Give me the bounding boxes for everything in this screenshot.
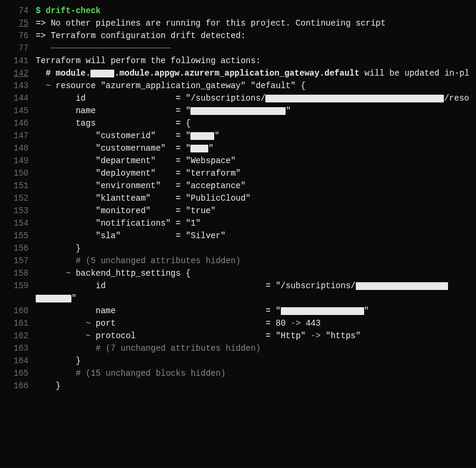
line-content: ~ resource "azurerm_application_gateway"… bbox=[36, 80, 469, 92]
line-165: 165 # (15 unchanged blocks hidden) bbox=[7, 367, 469, 380]
line-143: 143 ~ resource "azurerm_application_gate… bbox=[7, 80, 469, 92]
line-content: # (15 unchanged blocks hidden) bbox=[36, 367, 469, 380]
line-content: name = "" bbox=[36, 305, 469, 317]
line-151: 151 "environment" = "acceptance" bbox=[7, 180, 469, 192]
line-number: 144 bbox=[7, 92, 29, 105]
line-content: "klantteam" = "PublicCloud" bbox=[36, 192, 469, 205]
line-157: 157 # (5 unchanged attributes hidden) bbox=[7, 255, 469, 267]
line-content: "sla" = "Silver" bbox=[36, 230, 469, 242]
line-74: 74 $ drift-check bbox=[7, 5, 469, 17]
line-159: 159 id = "/subscriptions/ bbox=[7, 280, 469, 292]
line-145: 145 name = "" bbox=[7, 105, 469, 117]
line-content: "department" = "Webspace" bbox=[36, 155, 469, 167]
line-153: 153 "monitored" = "true" bbox=[7, 205, 469, 217]
line-number: 163 bbox=[7, 342, 29, 355]
line-content: "monitored" = "true" bbox=[36, 205, 469, 217]
line-159b: " bbox=[7, 292, 469, 305]
line-77: 77 ──────────────────────── bbox=[7, 42, 469, 55]
redacted-block bbox=[281, 307, 364, 315]
line-number: 146 bbox=[7, 117, 29, 130]
line-content: " bbox=[36, 292, 469, 305]
line-content: } bbox=[36, 242, 469, 255]
line-146: 146 tags = { bbox=[7, 117, 469, 130]
line-content: # module..module.appgw.azurerm_applicati… bbox=[36, 67, 469, 80]
line-number: 152 bbox=[7, 192, 29, 205]
redacted-block bbox=[265, 95, 444, 102]
line-content: ~ protocol = "Http" -> "https" bbox=[36, 330, 469, 342]
line-number: 158 bbox=[7, 267, 29, 280]
line-content: name = "" bbox=[36, 105, 469, 117]
redacted-block bbox=[356, 282, 448, 290]
redacted-block bbox=[190, 132, 214, 140]
line-number: 156 bbox=[7, 242, 29, 255]
line-number: 145 bbox=[7, 105, 29, 117]
line-142: 142 # module..module.appgw.azurerm_appli… bbox=[7, 67, 469, 80]
line-content: $ drift-check bbox=[36, 5, 469, 17]
line-number: 162 bbox=[7, 330, 29, 342]
line-141: 141 Terraform will perform the following… bbox=[7, 55, 469, 67]
redacted-block bbox=[190, 145, 208, 152]
line-content: Terraform will perform the following act… bbox=[36, 55, 469, 67]
line-number: 153 bbox=[7, 205, 29, 217]
line-content: id = "/subscriptions/ bbox=[36, 280, 469, 292]
line-number: 141 bbox=[7, 55, 29, 67]
line-154: 154 "notifications" = "1" bbox=[7, 217, 469, 230]
line-content: "deployment" = "terraform" bbox=[36, 167, 469, 180]
line-number: 165 bbox=[7, 367, 29, 380]
line-number: 161 bbox=[7, 317, 29, 330]
line-148: 148 "customername" = "" bbox=[7, 142, 469, 155]
line-content: } bbox=[36, 355, 469, 367]
line-149: 149 "department" = "Webspace" bbox=[7, 155, 469, 167]
line-content: id = "/subscriptions//resour bbox=[36, 92, 469, 105]
line-number: 155 bbox=[7, 230, 29, 242]
line-content: => Terraform configuration drift detecte… bbox=[36, 30, 469, 42]
line-content: "environment" = "acceptance" bbox=[36, 180, 469, 192]
line-number: 151 bbox=[7, 180, 29, 192]
line-158: 158 ~ backend_http_settings { bbox=[7, 267, 469, 280]
line-content: tags = { bbox=[36, 117, 469, 130]
line-155: 155 "sla" = "Silver" bbox=[7, 230, 469, 242]
line-number: 166 bbox=[7, 380, 29, 392]
line-number: 160 bbox=[7, 305, 29, 317]
line-162: 162 ~ protocol = "Http" -> "https" bbox=[7, 330, 469, 342]
line-content: } bbox=[36, 380, 469, 392]
line-164: 164 } bbox=[7, 355, 469, 367]
line-number: 149 bbox=[7, 155, 29, 167]
line-content: "customerid" = "" bbox=[36, 130, 469, 142]
line-number: 159 bbox=[7, 280, 29, 292]
terminal-output: 74 $ drift-check 75 => No other pipeline… bbox=[7, 5, 469, 392]
line-150: 150 "deployment" = "terraform" bbox=[7, 167, 469, 180]
line-content: # (5 unchanged attributes hidden) bbox=[36, 255, 469, 267]
line-156: 156 } bbox=[7, 242, 469, 255]
line-163: 163 # (7 unchanged attributes hidden) bbox=[7, 342, 469, 355]
redacted-block bbox=[36, 295, 71, 302]
line-number: 143 bbox=[7, 80, 29, 92]
line-number: 76 bbox=[7, 30, 29, 42]
line-content: ──────────────────────── bbox=[36, 42, 469, 55]
line-number: 75 bbox=[7, 17, 29, 30]
line-number: 77 bbox=[7, 42, 29, 55]
line-number: 148 bbox=[7, 142, 29, 155]
line-content: "customername" = "" bbox=[36, 142, 469, 155]
line-number: 74 bbox=[7, 5, 29, 17]
line-147: 147 "customerid" = "" bbox=[7, 130, 469, 142]
line-75: 75 => No other pipelines are running for… bbox=[7, 17, 469, 30]
line-number: 142 bbox=[7, 67, 29, 80]
line-152: 152 "klantteam" = "PublicCloud" bbox=[7, 192, 469, 205]
line-number: 150 bbox=[7, 167, 29, 180]
line-144: 144 id = "/subscriptions//resour bbox=[7, 92, 469, 105]
line-161: 161 ~ port = 80 -> 443 bbox=[7, 317, 469, 330]
line-content: # (7 unchanged attributes hidden) bbox=[36, 342, 469, 355]
line-number: 164 bbox=[7, 355, 29, 367]
redacted-block bbox=[190, 107, 286, 115]
line-number: 154 bbox=[7, 217, 29, 230]
line-content: ~ backend_http_settings { bbox=[36, 267, 469, 280]
line-content: => No other pipelines are running for th… bbox=[36, 17, 469, 30]
line-160: 160 name = "" bbox=[7, 305, 469, 317]
line-content: "notifications" = "1" bbox=[36, 217, 469, 230]
line-76: 76 => Terraform configuration drift dete… bbox=[7, 30, 469, 42]
line-number: 157 bbox=[7, 255, 29, 267]
redacted-block bbox=[90, 70, 114, 77]
line-number: 147 bbox=[7, 130, 29, 142]
line-166: 166 } bbox=[7, 380, 469, 392]
